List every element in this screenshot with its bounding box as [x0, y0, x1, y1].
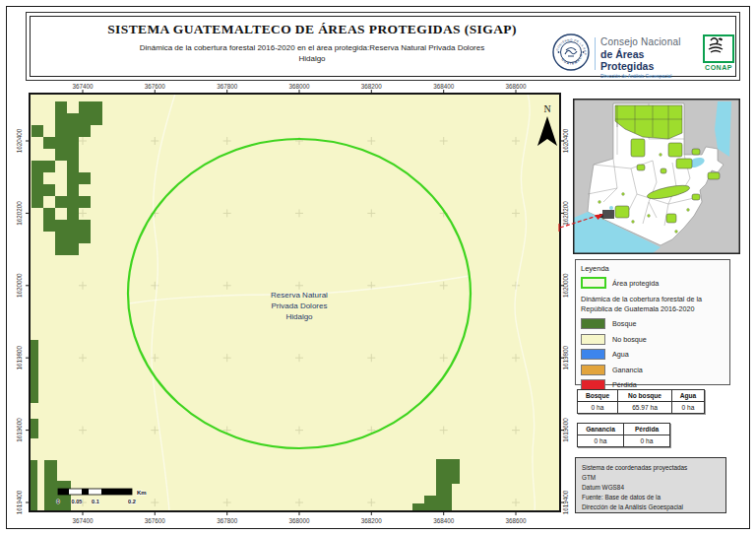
area-protegida-swatch — [581, 277, 606, 289]
page-subtitle: Dinámica de la cobertura forestal 2016-2… — [36, 42, 588, 64]
col-bosque: Bosque — [578, 390, 618, 402]
lake-atitlan — [609, 206, 613, 210]
protected-area-dot — [687, 209, 690, 212]
bosque-patch — [32, 161, 55, 172]
bosque-patch — [55, 232, 91, 243]
svg-text:GUATEMALA: GUATEMALA — [560, 53, 583, 66]
protected-area-dot — [598, 201, 601, 204]
y-tick-label-left: 1619400 — [16, 490, 23, 514]
legend-description: Dinámica de la cobertura forestal de la … — [581, 295, 724, 313]
x-tick-label-top: 368600 — [505, 83, 527, 90]
quetzal-icon — [705, 36, 727, 56]
legend-item-bosque: Bosque — [581, 318, 729, 329]
scale-bar-segment — [58, 489, 69, 495]
source-line: Fuente: Base de datos de la — [582, 493, 720, 502]
scale-bar-label: 0.2 — [128, 499, 136, 504]
org-name-line2: de Áreas Protegidas — [600, 48, 699, 72]
no-bosque-swatch — [581, 334, 605, 345]
y-tick-label-left: 1620200 — [16, 201, 23, 226]
title-block: SISTEMA GUATEMALTECO DE ÁREAS PROTEGIDAS… — [36, 22, 588, 64]
reserve-location-marker — [602, 210, 614, 219]
conap-wordmark: Consejo Nacional de Áreas Protegidas Dir… — [600, 36, 699, 79]
protected-area-polygon — [676, 159, 692, 168]
bosque-value: 0 ha — [578, 402, 618, 414]
bosque-patch — [436, 484, 452, 510]
legend-item-area-protegida: Área protegida — [581, 277, 729, 289]
coverage-stats-table: Bosque No bosque Agua 0 ha 65.97 ha 0 ha — [577, 389, 705, 414]
source-line: Dirección de la Análisis Geoespacial — [582, 502, 720, 512]
y-tick-label-left: 1619600 — [16, 418, 23, 442]
area-protegida-label: Área protegida — [612, 279, 659, 288]
scale-bar-unit: Km — [137, 490, 147, 496]
x-tick-label-bottom: 368400 — [433, 517, 455, 524]
legend-item-no-bosque: No bosque — [581, 334, 729, 345]
scale-bar-label: 0.1 — [92, 499, 99, 504]
bosque-patch — [44, 460, 57, 510]
conap-logo: CONAP — [702, 34, 735, 71]
bosque-patch — [67, 172, 91, 184]
source-line: Datum WGS84 — [582, 483, 720, 493]
guatemala-seal: GOBIERNO DE LA REPÚBLICA GUATEMALA — [552, 33, 590, 71]
reserve-name-line: Reserva Natural — [271, 291, 328, 300]
protected-area-dot — [675, 231, 678, 234]
source-line: Sistema de coordenadas proyectadas — [582, 463, 720, 473]
protected-area-polygon — [692, 194, 700, 200]
bosque-patch — [32, 125, 43, 137]
protected-area-dot — [632, 221, 635, 224]
y-tick-label-left: 1619800 — [16, 345, 23, 369]
reserve-name-line: Hidalgo — [285, 312, 313, 321]
bosque-patch — [43, 220, 91, 232]
legend-desc-line1: Dinámica de la cobertura forestal de la — [581, 295, 702, 303]
bosque-patch — [55, 125, 91, 137]
seal-text-top: GOBIERNO DE LA REPÚBLICA — [552, 33, 588, 55]
x-tick-label-top: 367800 — [217, 83, 238, 90]
agua-swatch — [581, 349, 605, 360]
bosque-patch — [43, 208, 55, 220]
header: SISTEMA GUATEMALTECO DE ÁREAS PROTEGIDAS… — [26, 12, 740, 81]
protected-area-dot — [660, 154, 662, 157]
north-label: N — [543, 103, 550, 114]
legend-item-ganancia: Ganancia — [581, 365, 729, 375]
seal-text-bottom: GUATEMALA — [560, 53, 583, 66]
reserve-location-marker — [599, 214, 603, 218]
protected-area-dot — [622, 193, 625, 196]
x-tick-label-top: 368400 — [433, 83, 455, 90]
bosque-patch — [424, 496, 436, 510]
protected-area-polygon — [668, 143, 682, 157]
guatemala-inset-map[interactable] — [573, 99, 740, 254]
perdida-value: 0 ha — [624, 435, 670, 447]
org-department: Dirección de Análisis Geoespacial — [600, 74, 699, 79]
protected-area-polygon — [637, 165, 645, 170]
table-row: 0 ha 0 ha — [578, 435, 670, 447]
ganancia-value: 0 ha — [578, 435, 624, 447]
main-map[interactable]: Reserva NaturalPrivada DoloresHidalgoN00… — [14, 79, 571, 524]
ganancia-swatch — [581, 365, 605, 375]
bosque-patch — [55, 196, 91, 208]
bosque-patch — [55, 243, 79, 255]
legend-title: Leyenda — [581, 264, 729, 273]
bosque-patch — [32, 196, 43, 208]
bosque-patch — [30, 460, 37, 510]
protected-area-polygon — [615, 206, 629, 218]
source-info-box: Sistema de coordenadas proyectadas GTM D… — [575, 457, 726, 513]
bosque-patch — [43, 137, 79, 149]
bosque-patch — [67, 161, 79, 172]
col-ganancia: Ganancia — [578, 424, 624, 435]
seal-emblem — [565, 48, 577, 57]
scale-bar-segment — [101, 489, 132, 495]
col-no-bosque: No bosque — [618, 390, 672, 402]
x-tick-label-top: 368200 — [361, 83, 383, 90]
y-tick-label-left: 1620400 — [16, 128, 23, 153]
conap-logo-box — [703, 34, 734, 63]
conap-label: CONAP — [702, 64, 735, 71]
x-tick-label-top: 367400 — [72, 83, 94, 90]
subtitle-line-1: Dinámica de la cobertura forestal 2016-2… — [140, 43, 484, 52]
bosque-patch — [57, 481, 71, 510]
table-row: 0 ha 65.97 ha 0 ha — [578, 402, 705, 414]
legend: Leyenda Área protegida Dinámica de la co… — [575, 259, 730, 385]
bosque-patch — [55, 101, 67, 113]
x-tick-label-bottom: 368600 — [505, 517, 527, 524]
page-title: SISTEMA GUATEMALTECO DE ÁREAS PROTEGIDAS… — [36, 22, 588, 37]
x-tick-label-bottom: 367800 — [217, 517, 238, 524]
y-tick-label-left: 1620000 — [16, 273, 23, 298]
